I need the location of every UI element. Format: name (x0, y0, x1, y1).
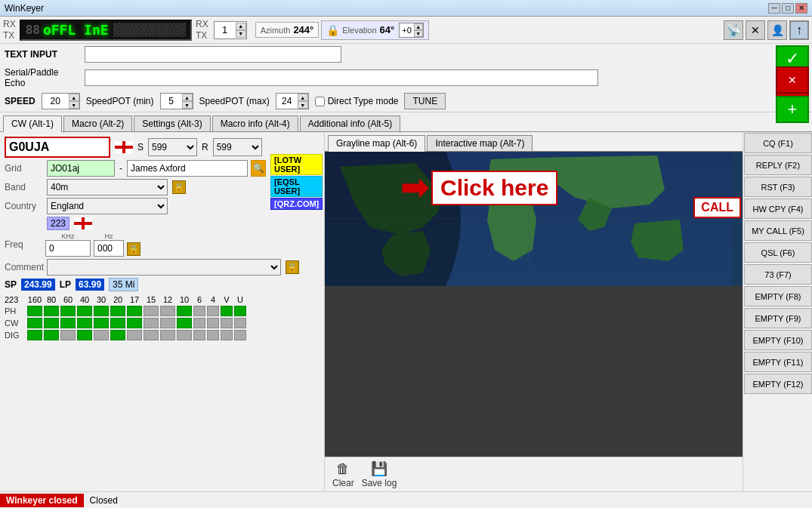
cq-f1-button[interactable]: CQ (F1) (744, 133, 812, 153)
tab-macro-info[interactable]: Macro info (Alt-4) (212, 115, 298, 131)
text-input-field[interactable] (85, 46, 341, 63)
led-display: oFFL InE (43, 22, 109, 38)
band-lock-icon[interactable]: 🔒 (172, 180, 186, 194)
band-cell (27, 306, 42, 316)
close-small-icon[interactable]: ✕ (746, 20, 765, 40)
sp-label: SP (5, 279, 17, 290)
minimize-button[interactable]: ─ (768, 3, 780, 14)
country-label: Country (5, 201, 42, 211)
pot-max-down[interactable]: ▼ (298, 101, 308, 109)
pot-min-value[interactable] (161, 96, 182, 106)
name-input[interactable] (127, 160, 248, 177)
lookup-button[interactable]: 🔍 (251, 160, 266, 177)
pot-min-down[interactable]: ▼ (182, 101, 193, 109)
comment-lock-icon[interactable]: 🔒 (286, 260, 299, 274)
comment-row: Comment 🔒 (5, 259, 320, 276)
band-cell (77, 318, 92, 328)
tx-label: TX (3, 30, 16, 41)
73-f7-button[interactable]: 73 (F7) (744, 264, 812, 285)
s-report-select[interactable]: 599 (148, 138, 197, 156)
pot-min-up[interactable]: ▲ (182, 94, 193, 101)
callsign-input[interactable] (5, 137, 110, 158)
qsl-f6-button[interactable]: QSL (F6) (744, 242, 812, 263)
bands-grid: 223 160 80 60 40 30 20 17 15 12 10 6 4 V… (5, 295, 320, 342)
elevation-offset: +0 (400, 26, 414, 35)
arrow-up-icon[interactable]: ↑ (789, 20, 809, 40)
band-cell (193, 330, 205, 340)
clear-button[interactable]: 🗑 Clear (332, 461, 354, 488)
status-bar: Winkeyer closed Closed (0, 491, 812, 508)
tab-settings[interactable]: Settings (Alt-3) (134, 115, 210, 131)
band-cell (221, 306, 233, 316)
speed-label: SPEED (5, 96, 36, 106)
serial-echo-field[interactable] (85, 69, 598, 86)
text-input-row: TEXT INPUT ✓ ✕ (0, 44, 812, 65)
tab-macro[interactable]: Macro (Alt-2) (63, 115, 132, 131)
red-x2-button[interactable]: ✕ (776, 66, 809, 94)
elevation-up[interactable]: ▲ (414, 23, 423, 30)
band-cell (144, 330, 159, 340)
tune-button[interactable]: TUNE (404, 93, 446, 109)
tab-interactive[interactable]: Interactive map (Alt-7) (427, 135, 533, 151)
call-overlay[interactable]: CALL (693, 197, 741, 218)
tab-grayline[interactable]: Grayline map (Alt-6) (328, 135, 425, 152)
grid-input[interactable] (47, 160, 115, 177)
elevation-down[interactable]: ▼ (414, 30, 423, 37)
hwcpy-f4-button[interactable]: HW CPY (F4) (744, 199, 812, 219)
tab-additional[interactable]: Additional info (Alt-5) (300, 115, 400, 131)
band-cell (60, 318, 76, 328)
band-cell (207, 306, 219, 316)
speed-row: SPEED ▲ ▼ SpeedPOT (min) ▲ ▼ SpeedPOT (m… (0, 91, 812, 112)
band-cell (221, 318, 233, 328)
eqsl-badge: [EQSL USER] (270, 176, 323, 197)
title-bar: WinKeyer ─ □ ✕ (0, 0, 812, 17)
maximize-button[interactable]: □ (782, 3, 794, 14)
rst-f3-button[interactable]: RST (F3) (744, 177, 812, 197)
channel-spinner[interactable] (215, 24, 236, 35)
azimuth-label: Azimuth (261, 26, 291, 35)
person-icon[interactable]: 👤 (767, 20, 787, 40)
save-log-button[interactable]: 💾 Save log (362, 460, 397, 488)
svg-rect-2 (122, 141, 125, 153)
tab-cw[interactable]: CW (Alt-1) (3, 115, 62, 132)
speed-up[interactable]: ▲ (69, 94, 79, 101)
mycall-f5-button[interactable]: MY CALL (F5) (744, 220, 812, 241)
band-cell (27, 318, 42, 328)
pot-max-up[interactable]: ▲ (298, 94, 308, 101)
speed-down[interactable]: ▼ (69, 101, 79, 109)
band-select[interactable]: 40m (47, 179, 168, 196)
channel-down[interactable]: ▼ (236, 30, 246, 38)
band-cell (160, 330, 175, 340)
text-input-label: TEXT INPUT (5, 49, 80, 60)
band-cell (127, 306, 142, 316)
empty-f10-button[interactable]: EMPTY (F10) (744, 330, 812, 350)
bands-dist-val: 223 (5, 295, 26, 304)
flag-icon (115, 141, 133, 153)
freq-hz-input[interactable] (94, 240, 124, 257)
band-cell (177, 318, 192, 328)
grid-label: Grid (5, 163, 42, 174)
empty-f12-button[interactable]: EMPTY (F12) (744, 374, 812, 394)
speed-value[interactable] (42, 96, 69, 106)
empty-f11-button[interactable]: EMPTY (F11) (744, 352, 812, 372)
country-select[interactable]: England (47, 198, 168, 214)
winkeyer-status: Winkeyer closed (0, 494, 84, 507)
comment-select[interactable] (47, 259, 281, 276)
band-cell (60, 330, 76, 340)
empty-f9-button[interactable]: EMPTY (F9) (744, 308, 812, 328)
close-button[interactable]: ✕ (795, 3, 807, 14)
band-cell (177, 330, 192, 340)
channel-up[interactable]: ▲ (236, 23, 246, 30)
empty-f8-button[interactable]: EMPTY (F8) (744, 286, 812, 306)
click-here-text[interactable]: Click here (431, 171, 557, 205)
band-cell (234, 318, 246, 328)
freq-lock-icon[interactable]: 🔒 (127, 242, 140, 256)
antenna-icon[interactable]: 📡 (724, 20, 743, 40)
green-plus-button[interactable]: + (776, 96, 809, 123)
pot-max-value[interactable] (276, 96, 298, 106)
freq-khz-input[interactable] (45, 240, 91, 257)
r-report-select[interactable]: 599 (213, 138, 262, 156)
azimuth-value: 244° (293, 24, 313, 35)
direct-type-checkbox[interactable] (315, 97, 325, 106)
reply-f2-button[interactable]: REPLY (F2) (744, 155, 812, 175)
